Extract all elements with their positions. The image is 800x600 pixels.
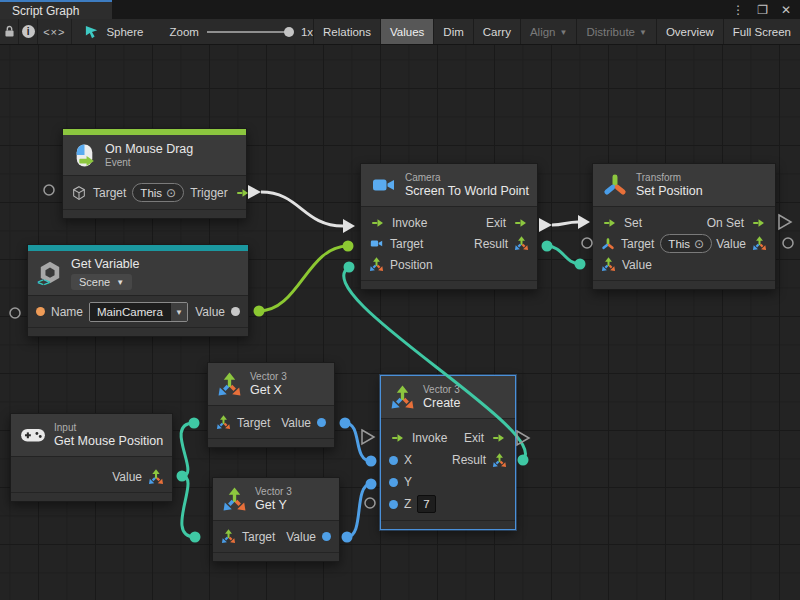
wire-get-x-to-x <box>340 418 377 467</box>
node-on-mouse-drag[interactable]: On Mouse Drag Event Target This ⊙ Trigge… <box>62 128 247 219</box>
node-header[interactable]: Transform Set Position <box>593 164 775 207</box>
object-picker-icon: ⊙ <box>694 238 704 250</box>
on-mouse-drag-unconnected-port[interactable] <box>44 185 54 195</box>
distribute-button[interactable]: Distribute▼ <box>576 19 656 44</box>
value-output-port[interactable] <box>317 418 326 427</box>
vector3-icon <box>369 257 384 272</box>
value-output-port[interactable] <box>322 532 331 541</box>
result-port-label: Result <box>474 237 508 251</box>
variable-unity-icon <box>37 260 63 286</box>
exit-port-label: Exit <box>486 216 506 230</box>
target-port-label: Target <box>93 186 126 200</box>
vector3-icon <box>390 385 415 410</box>
node-header[interactable]: Vector 3 Get X <box>208 363 334 406</box>
create-exit-port[interactable] <box>517 431 529 445</box>
target-this-selector[interactable]: This ⊙ <box>132 183 184 202</box>
node-set-position[interactable]: Transform Set Position Set On Set Target <box>592 163 776 290</box>
value-input-label: Value <box>622 258 652 272</box>
get-variable-unconnected-port[interactable] <box>10 308 20 318</box>
node-header[interactable]: Camera Screen To World Point <box>361 164 537 207</box>
variable-name-field[interactable]: MainCamera ▼ <box>89 302 188 322</box>
tab-script-graph[interactable]: Script Graph <box>0 0 112 19</box>
node-get-mouse-position[interactable]: Input Get Mouse Position Value <box>10 413 173 502</box>
target-this-selector[interactable]: This ⊙ <box>660 234 712 253</box>
create-z-input-port[interactable] <box>365 498 375 508</box>
window-maximize-icon[interactable]: ❐ <box>757 3 768 17</box>
node-get-y[interactable]: Vector 3 Get Y Target Value <box>212 477 340 562</box>
gamepad-icon <box>20 422 46 448</box>
node-vector3-create[interactable]: Vector 3 Create Invoke Exit X <box>380 375 516 530</box>
node-header[interactable]: Input Get Mouse Position <box>11 414 172 457</box>
wire-mouse-position-to-get-y <box>182 476 201 543</box>
align-button[interactable]: Align▼ <box>520 19 577 44</box>
window-chrome: Script Graph ⋮ ❐ ✕ i <×> Sphere Zoom 1x <box>0 0 800 45</box>
zoom-slider[interactable] <box>207 31 293 33</box>
graph-object-label: Sphere <box>106 26 143 38</box>
node-get-x[interactable]: Vector 3 Get X Target Value <box>207 362 335 448</box>
exec-arrow-icon <box>601 217 618 229</box>
value-port-label: Value <box>112 470 142 484</box>
carry-button[interactable]: Carry <box>473 19 520 44</box>
exit-port-label: Exit <box>464 431 484 445</box>
invoke-port-label: Invoke <box>392 216 427 230</box>
value-port-label: Value <box>286 530 316 544</box>
node-title: On Mouse Drag <box>105 142 193 157</box>
target-port-label: Target <box>242 530 275 544</box>
code-preview-button[interactable]: <×> <box>38 19 71 44</box>
value-output-port[interactable] <box>231 307 240 316</box>
wire-mouse-position-to-get-x <box>177 418 200 482</box>
z-port-label: Z <box>404 497 411 511</box>
graph-canvas[interactable]: On Mouse Drag Event Target This ⊙ Trigge… <box>0 0 800 600</box>
variable-name-dropdown-button[interactable]: ▼ <box>170 303 187 321</box>
set-position-target-port[interactable] <box>582 238 592 248</box>
node-footer <box>593 280 775 289</box>
x-port-label: X <box>404 453 412 467</box>
variable-scope-dropdown[interactable]: Scene ▼ <box>71 274 132 290</box>
mouse-drag-icon <box>72 143 97 168</box>
node-header[interactable]: Vector 3 Get Y <box>213 478 339 521</box>
graph-breadcrumb[interactable]: Sphere <box>85 19 143 44</box>
chevron-down-icon: ▼ <box>639 29 647 37</box>
z-input-port[interactable] <box>389 500 398 509</box>
wire-variable-to-target <box>254 241 354 317</box>
zoom-value: 1x <box>301 26 313 38</box>
node-header[interactable]: On Mouse Drag Event <box>63 135 246 176</box>
node-footer <box>213 552 339 561</box>
window-close-icon[interactable]: ✕ <box>781 3 791 17</box>
window-menu-icon[interactable]: ⋮ <box>732 3 744 17</box>
overview-button[interactable]: Overview <box>656 19 723 44</box>
values-button[interactable]: Values <box>380 19 433 44</box>
node-header[interactable]: Vector 3 Create <box>381 376 515 419</box>
z-value-field[interactable]: 7 <box>417 495 435 513</box>
y-input-port[interactable] <box>389 478 398 487</box>
create-invoke-port[interactable] <box>362 430 374 444</box>
node-kicker: Vector 3 <box>255 486 292 498</box>
value-port-label: Value <box>195 305 225 319</box>
vector3-icon <box>222 487 247 512</box>
lock-button[interactable] <box>0 19 18 44</box>
name-input-port[interactable] <box>36 307 45 316</box>
info-button[interactable]: i <box>19 19 37 44</box>
lock-icon <box>2 24 17 39</box>
zoom-slider-handle[interactable] <box>284 27 294 37</box>
exec-arrow-icon <box>389 432 406 444</box>
wire-get-y-to-y <box>342 479 377 543</box>
set-position-value-output-port[interactable] <box>783 238 793 248</box>
invoke-port-label: Invoke <box>412 431 447 445</box>
vector3-icon <box>492 453 507 468</box>
wire-trigger-to-invoke <box>248 185 355 233</box>
result-port-label: Result <box>452 453 486 467</box>
node-get-variable[interactable]: Get Variable Scene ▼ Name MainCamera ▼ V… <box>27 244 249 337</box>
set-position-on-set-port[interactable] <box>779 215 791 229</box>
full-screen-button[interactable]: Full Screen <box>723 19 800 44</box>
wire-result-to-value <box>542 241 586 270</box>
x-input-port[interactable] <box>389 456 398 465</box>
transform-icon <box>602 172 628 198</box>
relations-button[interactable]: Relations <box>313 19 380 44</box>
dim-button[interactable]: Dim <box>433 19 472 44</box>
node-kicker: Vector 3 <box>250 371 287 383</box>
node-header[interactable]: Get Variable Scene ▼ <box>28 251 248 296</box>
wire-exit-to-set <box>539 215 590 232</box>
node-screen-to-world-point[interactable]: Camera Screen To World Point Invoke Exit… <box>360 163 538 290</box>
target-port-label: Target <box>237 416 270 430</box>
